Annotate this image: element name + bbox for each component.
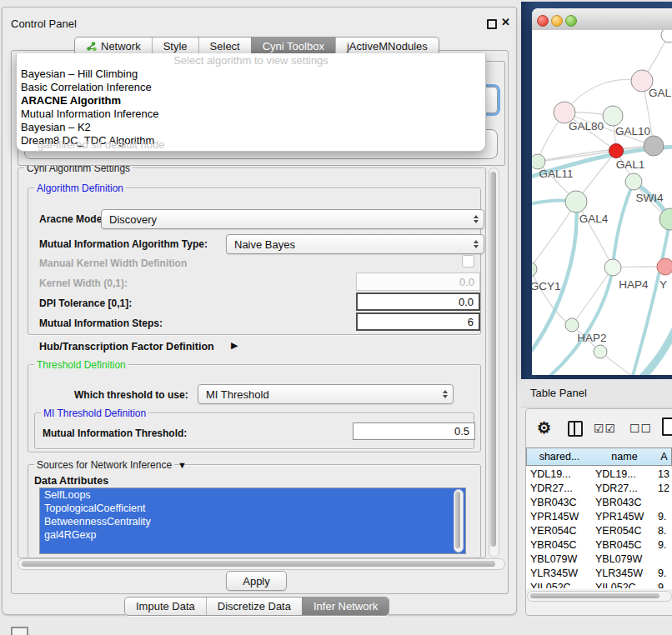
table-rows: YDL19...YDL19...13YDR27...YDR27...12YBR0… [526, 467, 672, 588]
table-header-name[interactable]: name [592, 448, 658, 466]
table-horizontal-scrollbar[interactable] [527, 591, 672, 602]
tab-label: Network [101, 40, 141, 52]
table-panel-title: Table Panel [530, 387, 587, 399]
network-node-hap2[interactable] [565, 318, 579, 332]
mi-type-value: Naive Bayes [234, 238, 295, 251]
table-row[interactable]: YLR345WYLR345W9. [526, 566, 672, 580]
tab-jactivemnodules[interactable]: jActiveMNodules [335, 38, 439, 55]
tab-infer-network[interactable]: Infer Network [302, 598, 389, 615]
deselect-all-checkboxes-icon[interactable]: ☐☐ [629, 422, 652, 435]
dropdown-hint: Select algorithm to view settings [17, 53, 485, 68]
network-node[interactable] [644, 136, 664, 156]
table-cell: YBR043C [526, 497, 593, 508]
table-row[interactable]: YBR043CYBR043C [526, 495, 672, 509]
network-node-y[interactable] [657, 258, 672, 275]
data-attributes-list[interactable]: SelfLoopsTopologicalCoefficientBetweenne… [39, 488, 466, 554]
table-row[interactable]: YBL079WYBL079W [526, 552, 672, 566]
attribute-list-item[interactable]: SelfLoops [40, 488, 465, 502]
table-header-shared[interactable]: shared... [526, 448, 593, 466]
mi-threshold-field[interactable]: 0.5 [353, 422, 475, 440]
network-graph-canvas[interactable]: GALGAL80GAL10GAL1GAL11SWI4GAL4GCY1HAP4YH… [532, 30, 672, 375]
tab-label: Select [210, 40, 240, 52]
algorithm-option[interactable]: Bayesian – K2 [17, 121, 485, 134]
network-node-swi4[interactable] [625, 173, 642, 190]
table-settings-gear-icon[interactable]: ⚙ [537, 418, 551, 438]
page-icon[interactable] [662, 418, 672, 436]
tab-network[interactable]: Network [75, 38, 152, 55]
window-minimize-icon[interactable] [551, 15, 563, 27]
manual-kernel-checkbox[interactable] [462, 255, 474, 268]
network-node-hap4[interactable] [604, 259, 621, 276]
list-scrollbar[interactable] [454, 489, 464, 552]
minimized-panel-icon[interactable] [11, 627, 28, 635]
network-node-gal1[interactable] [609, 144, 624, 158]
mi-type-combobox[interactable]: Naive Bayes [226, 234, 484, 254]
table-row[interactable]: YDR27...YDR27...12 [526, 481, 672, 495]
manual-kernel-label: Manual Kernel Width Definition [39, 258, 187, 269]
attribute-list-item[interactable]: TopologicalCoefficient [40, 502, 465, 515]
attribute-list-item[interactable]: BetweennessCentrality [40, 515, 465, 528]
table-row[interactable]: YPR145WYPR145W9. [526, 509, 672, 523]
threshold-title: Threshold Definition [34, 359, 128, 371]
kernel-width-field[interactable]: 0.0 [356, 272, 480, 291]
window-zoom-icon[interactable] [565, 15, 577, 27]
select-all-checkboxes-icon[interactable]: ☑☑ [594, 422, 616, 435]
float-window-icon[interactable] [487, 19, 497, 29]
table-cell: 8. [656, 525, 672, 537]
mi-threshold-label: Mutual Information Threshold: [43, 428, 187, 439]
attribute-list-item[interactable]: gal4RGexp [40, 528, 465, 542]
algorithm-option[interactable]: ARACNE Algorithm [17, 94, 485, 108]
algorithm-option[interactable]: Bayesian – Hill Climbing [17, 68, 485, 81]
table-cell: YBR043C [593, 497, 656, 508]
table-row[interactable]: YDL19...YDL19...13 [526, 467, 672, 481]
network-node[interactable] [661, 30, 672, 42]
table-row[interactable]: YBR045CYBR045C9. [526, 538, 672, 552]
table-row[interactable]: YIL052CYIL052C9 [526, 580, 672, 588]
column-header-label: shared... [539, 451, 580, 462]
table-cell: YBR045C [526, 539, 593, 551]
algorithm-option[interactable]: Mutual Information Inference [17, 108, 485, 121]
which-threshold-combobox[interactable]: MI Threshold [198, 384, 454, 404]
algorithm-option[interactable]: Basic Correlation Inference [17, 81, 485, 94]
tab-discretize-data[interactable]: Discretize Data [206, 598, 302, 615]
settings-horizontal-scrollbar[interactable] [18, 558, 505, 570]
control-panel: Control Panel ✕ NetworkStyleSelectCyni T… [2, 7, 517, 615]
window-close-icon[interactable] [537, 15, 549, 27]
stepper-arrows-icon [474, 215, 479, 223]
tab-select[interactable]: Select [198, 38, 251, 55]
close-icon[interactable]: ✕ [501, 16, 510, 28]
panel-title: Control Panel [11, 18, 77, 30]
mi-steps-field[interactable]: 6 [356, 312, 480, 331]
dpi-tolerance-field[interactable]: 0.0 [356, 292, 480, 311]
apply-button[interactable]: Apply [226, 571, 287, 591]
attribute-list-item-partial[interactable] [40, 542, 465, 553]
network-node-gal10[interactable] [603, 106, 623, 126]
apply-button-label: Apply [243, 575, 270, 588]
network-node[interactable] [594, 345, 607, 358]
network-window-titlebar[interactable] [532, 8, 672, 31]
table-header-extra[interactable]: A [657, 448, 672, 466]
kernel-width-value: 0.0 [459, 276, 474, 288]
settings-vertical-scrollbar[interactable] [489, 168, 499, 558]
mi-threshold-title: MI Threshold Definition [41, 408, 148, 419]
collapsed-arrow-icon[interactable]: ▶ [231, 340, 238, 351]
network-node-label: Y [659, 278, 667, 291]
kernel-width-label: Kernel Width (0,1): [39, 278, 128, 289]
split-columns-icon[interactable] [568, 421, 583, 437]
tab-cyni-toolbox[interactable]: Cyni Toolbox [251, 38, 335, 55]
table-row[interactable]: YER054CYER054C8. [526, 523, 672, 538]
tab-impute-data[interactable]: Impute Data [125, 598, 206, 615]
network-edge [532, 202, 576, 269]
network-icon [86, 41, 97, 52]
expanded-arrow-icon[interactable]: ▼ [178, 460, 187, 470]
network-node-label: HAP2 [577, 332, 606, 344]
table-cell: YPR145W [593, 511, 656, 522]
sources-title: Sources for Network Inference [34, 459, 174, 471]
mi-type-label: Mutual Information Algorithm Type: [39, 238, 208, 250]
network-node-gcy1[interactable] [532, 262, 537, 277]
table-cell: YPR145W [526, 511, 593, 522]
table-cell: YDL19... [593, 468, 656, 480]
network-node-gal4[interactable] [565, 191, 587, 212]
aracne-mode-combobox[interactable]: Discovery [101, 209, 484, 229]
tab-style[interactable]: Style [152, 38, 198, 55]
